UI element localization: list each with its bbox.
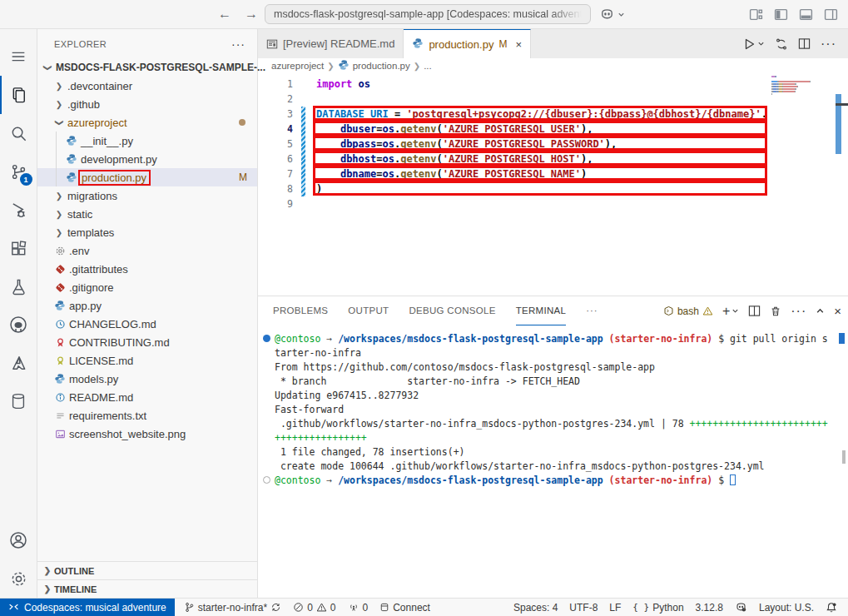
activity-bar-azure[interactable]	[0, 344, 37, 382]
tree-item-changelog-md[interactable]: CHANGELOG.md	[37, 315, 257, 333]
tree-item-templates[interactable]: ❯templates	[37, 223, 257, 241]
forward-arrow-icon[interactable]: →	[245, 7, 258, 22]
info-file-icon	[52, 390, 67, 404]
copilot-menu[interactable]	[599, 7, 625, 22]
code-line-6[interactable]: 6 dbhost=os.getenv('AZURE_POSTGRESQL_HOS…	[258, 152, 848, 166]
branch-indicator[interactable]: starter-no-infra*	[178, 599, 287, 616]
command-pending-decoration[interactable]	[263, 476, 270, 484]
tree-item-screenshot-website-png[interactable]: screenshot_website.png	[37, 425, 257, 443]
more-actions-button[interactable]: ···	[821, 37, 836, 52]
breadcrumb-folder[interactable]: azureproject	[271, 61, 324, 71]
activity-bar-search[interactable]	[0, 114, 37, 152]
split-editor-button[interactable]	[798, 37, 811, 50]
maximize-panel-icon[interactable]	[816, 306, 825, 315]
close-panel-icon[interactable]: ×	[834, 304, 841, 318]
code-line-5[interactable]: 5 dbpass=os.getenv('AZURE_POSTGRESQL_PAS…	[258, 137, 848, 152]
code-line-7[interactable]: 7 dbname=os.getenv('AZURE_POSTGRESQL_NAM…	[258, 166, 848, 181]
tree-item--devcontainer[interactable]: ❯.devcontainer	[37, 77, 257, 95]
timeline-section[interactable]: ❯TIMELINE	[37, 579, 257, 598]
activity-bar-settings[interactable]	[0, 559, 37, 598]
tab-production-py[interactable]: production.py M ×	[404, 29, 531, 58]
copilot-status[interactable]: !	[729, 599, 753, 616]
tree-item--env[interactable]: .env	[37, 241, 257, 260]
terminal-output[interactable]: @contoso → /workspaces/msdocs-flask-post…	[258, 325, 848, 598]
trash-icon[interactable]	[770, 306, 781, 317]
activity-bar-github[interactable]	[0, 306, 37, 344]
back-arrow-icon[interactable]: ←	[218, 7, 231, 22]
tree-item-license-md[interactable]: LICENSE.md	[37, 351, 257, 370]
chevron-right-icon: ❯	[52, 210, 66, 219]
python-version-indicator[interactable]: 3.12.8	[690, 599, 729, 616]
eol-indicator[interactable]: LF	[603, 599, 627, 616]
code-line-1[interactable]: 1import os	[258, 77, 848, 92]
code-line-9[interactable]: 9	[258, 196, 848, 211]
tab-output[interactable]: OUTPUT	[348, 296, 389, 325]
panel-tabs-overflow[interactable]: ···	[586, 296, 598, 325]
ports-indicator[interactable]: 0	[342, 599, 374, 616]
run-button[interactable]	[742, 37, 756, 51]
run-dropdown-chevron-icon[interactable]	[757, 40, 765, 47]
open-changes-button[interactable]	[775, 37, 788, 51]
activity-bar-menu[interactable]	[0, 37, 37, 76]
activity-bar-run-debug[interactable]	[0, 191, 37, 229]
code-line-3[interactable]: 3DATABASE_URI = 'postgresql+psycopg2://{…	[258, 107, 848, 122]
tree-item-development-py[interactable]: development.py	[37, 150, 257, 168]
problems-indicator[interactable]: 0 0	[287, 599, 341, 616]
split-terminal-button[interactable]	[748, 305, 761, 317]
activity-bar-database[interactable]	[0, 382, 37, 420]
close-tab-icon[interactable]: ×	[515, 38, 522, 51]
tree-item-migrations[interactable]: ❯migrations	[37, 186, 257, 205]
tree-item-contributing-md[interactable]: CONTRIBUTING.md	[37, 333, 257, 351]
code-line-8[interactable]: 8)	[258, 181, 848, 196]
tree-item-requirements-txt[interactable]: requirements.txt	[37, 406, 257, 425]
terminal-instance-bash[interactable]: bash	[663, 306, 713, 317]
tab-debug-console[interactable]: DEBUG CONSOLE	[409, 296, 495, 325]
new-terminal-button[interactable]: +	[722, 304, 730, 319]
breadcrumb-symbol[interactable]: ...	[424, 61, 432, 71]
explorer-more-actions-icon[interactable]: ···	[231, 37, 245, 51]
outline-section[interactable]: ❯OUTLINE	[37, 561, 257, 579]
tab-terminal[interactable]: TERMINAL	[516, 296, 567, 325]
command-center[interactable]: msdocs-flask-postgresql-sample-app [Code…	[265, 4, 591, 24]
tree-item-azureproject[interactable]: ❯azureproject	[37, 113, 257, 132]
indentation-indicator[interactable]: Spaces: 4	[508, 599, 563, 616]
remote-indicator[interactable]: Codespaces: musical adventure	[0, 599, 175, 616]
toggle-primary-sidebar-icon[interactable]	[774, 7, 788, 22]
tab-preview-readme[interactable]: [Preview] README.md	[258, 29, 404, 58]
tree-item--gitignore[interactable]: .gitignore	[37, 278, 257, 296]
more-icon[interactable]: ···	[791, 304, 806, 319]
line-number: 3	[258, 107, 293, 122]
tree-root-msdocs-flask-postgresql-sample-[interactable]: ❯MSDOCS-FLASK-POSTGRESQL-SAMPLE-...	[37, 58, 257, 77]
breadcrumb-file[interactable]: production.py	[353, 61, 410, 71]
toggle-secondary-sidebar-icon[interactable]	[824, 7, 838, 22]
code-line-2[interactable]: 2	[258, 92, 848, 107]
tree-item--gitattributes[interactable]: .gitattributes	[37, 260, 257, 278]
activity-bar-extensions[interactable]	[0, 229, 37, 267]
connect-indicator[interactable]: Connect	[374, 599, 436, 616]
activity-bar-accounts[interactable]	[0, 521, 37, 559]
activity-bar-source-control[interactable]: 1	[0, 152, 37, 191]
code-editor[interactable]: 1import os23DATABASE_URI = 'postgresql+p…	[258, 73, 848, 296]
encoding-indicator[interactable]: UTF-8	[563, 599, 603, 616]
notifications-bell[interactable]	[820, 599, 843, 616]
customize-layout-icon[interactable]	[749, 7, 763, 22]
minimap[interactable]	[770, 73, 836, 296]
tree-item-label: LICENSE.md	[67, 355, 133, 367]
code-line-4[interactable]: 4 dbuser=os.getenv('AZURE_POSTGRESQL_USE…	[258, 122, 848, 137]
tree-item-production-py[interactable]: production.pyM	[37, 168, 257, 186]
tree-item-app-py[interactable]: app.py	[37, 296, 257, 315]
tree-item-label: development.py	[79, 153, 157, 166]
chevron-down-icon[interactable]	[731, 307, 739, 315]
tree-item-models-py[interactable]: models.py	[37, 370, 257, 388]
tab-problems[interactable]: PROBLEMS	[273, 296, 328, 325]
command-success-decoration[interactable]	[263, 335, 270, 342]
tree-item--init-py[interactable]: __init__.py	[37, 132, 257, 150]
activity-bar-explorer[interactable]	[0, 76, 37, 114]
activity-bar-testing[interactable]	[0, 267, 37, 306]
tree-item-readme-md[interactable]: README.md	[37, 388, 257, 406]
language-indicator[interactable]: { }Python	[627, 599, 689, 616]
keyboard-layout-indicator[interactable]: Layout: U.S.	[753, 599, 820, 616]
tree-item-static[interactable]: ❯static	[37, 205, 257, 223]
toggle-panel-icon[interactable]	[799, 7, 813, 22]
tree-item--github[interactable]: ❯.github	[37, 95, 257, 113]
